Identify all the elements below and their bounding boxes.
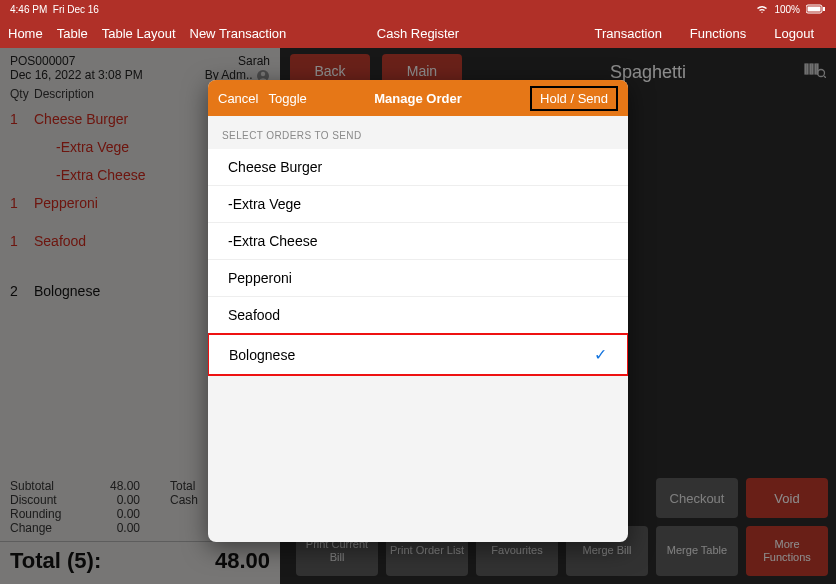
menu-logout[interactable]: Logout — [774, 26, 814, 41]
manage-order-item[interactable]: Pepperoni — [208, 260, 628, 297]
manage-order-item[interactable]: Cheese Burger — [208, 149, 628, 186]
status-time: 4:46 PM — [10, 4, 47, 15]
manage-order-item[interactable]: -Extra Cheese — [208, 223, 628, 260]
menu-home[interactable]: Home — [8, 26, 43, 41]
modal-title: Manage Order — [374, 91, 461, 106]
manage-order-item-label: -Extra Cheese — [228, 233, 317, 249]
status-bar: 4:46 PM Fri Dec 16 100% — [0, 0, 836, 18]
modal-cancel-button[interactable]: Cancel — [218, 91, 258, 106]
menu-new-transaction[interactable]: New Transaction — [190, 26, 287, 41]
svg-rect-1 — [808, 7, 821, 12]
manage-order-item-label: -Extra Vege — [228, 196, 301, 212]
modal-toggle-button[interactable]: Toggle — [268, 91, 306, 106]
svg-rect-2 — [823, 7, 825, 11]
manage-order-item[interactable]: Bolognese✓ — [208, 333, 628, 376]
menu-table-layout[interactable]: Table Layout — [102, 26, 176, 41]
menu-transaction[interactable]: Transaction — [594, 26, 661, 41]
status-date: Fri Dec 16 — [53, 4, 99, 15]
hold-send-button[interactable]: Hold / Send — [530, 86, 618, 111]
manage-order-item-label: Seafood — [228, 307, 280, 323]
battery-icon — [806, 4, 826, 14]
manage-order-item-label: Pepperoni — [228, 270, 292, 286]
manage-order-item-label: Cheese Burger — [228, 159, 322, 175]
manage-order-item-label: Bolognese — [229, 347, 295, 363]
battery-text: 100% — [774, 4, 800, 15]
manage-order-item[interactable]: -Extra Vege — [208, 186, 628, 223]
check-icon: ✓ — [594, 345, 607, 364]
menu-functions[interactable]: Functions — [690, 26, 746, 41]
wifi-icon — [756, 4, 768, 14]
manage-order-item[interactable]: Seafood — [208, 297, 628, 334]
select-orders-label: SELECT ORDERS TO SEND — [208, 116, 628, 149]
manage-order-list: Cheese Burger-Extra Vege-Extra CheesePep… — [208, 149, 628, 375]
top-menu: Home Table Table Layout New Transaction … — [0, 18, 836, 48]
app-title: Cash Register — [377, 26, 459, 41]
manage-order-modal: Cancel Toggle Manage Order Hold / Send S… — [208, 80, 628, 542]
menu-table[interactable]: Table — [57, 26, 88, 41]
modal-header: Cancel Toggle Manage Order Hold / Send — [208, 80, 628, 116]
